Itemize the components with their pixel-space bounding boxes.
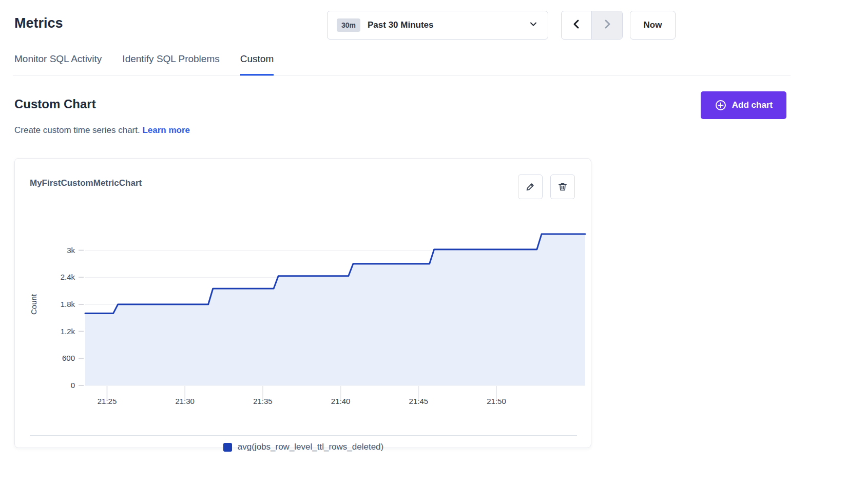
svg-text:1.8k: 1.8k <box>61 300 75 308</box>
learn-more-link[interactable]: Learn more <box>142 125 190 135</box>
svg-text:Count: Count <box>29 294 38 315</box>
svg-text:0: 0 <box>71 381 75 390</box>
time-series-chart: 06001.2k1.8k2.4k3k21:2521:3021:3521:4021… <box>15 210 592 411</box>
time-nav-group <box>561 11 623 40</box>
trash-icon <box>557 181 568 192</box>
edit-chart-button[interactable] <box>518 175 543 199</box>
chevron-down-icon <box>528 19 538 31</box>
section-subtitle-text: Create custom time series chart. <box>14 125 140 135</box>
add-chart-label: Add chart <box>732 100 773 110</box>
previous-time-button[interactable] <box>562 11 592 39</box>
svg-text:600: 600 <box>62 354 75 362</box>
now-button-label: Now <box>644 20 662 30</box>
chevron-right-icon <box>602 18 613 32</box>
tabs-divider <box>13 75 791 75</box>
custom-chart-card: MyFirstCustomMetricChart 06001.2k1.8k <box>14 158 591 448</box>
chart-legend[interactable]: avg(jobs_row_level_ttl_rows_deleted) <box>15 442 592 452</box>
metrics-page: Metrics 30m Past 30 Minutes Now Monitor … <box>0 0 847 504</box>
legend-swatch-icon <box>223 443 232 452</box>
section-title: Custom Chart <box>14 97 96 111</box>
plus-circle-icon <box>715 99 727 111</box>
tab-monitor-sql-activity[interactable]: Monitor SQL Activity <box>14 53 102 76</box>
section-subtitle: Create custom time series chart. Learn m… <box>14 125 190 135</box>
svg-text:2.4k: 2.4k <box>61 273 75 281</box>
custom-chart-svg: 06001.2k1.8k2.4k3k21:2521:3021:3521:4021… <box>15 210 592 411</box>
time-range-badge: 30m <box>337 18 360 32</box>
svg-text:21:40: 21:40 <box>331 397 351 405</box>
svg-text:21:45: 21:45 <box>409 397 429 405</box>
legend-label: avg(jobs_row_level_ttl_rows_deleted) <box>238 442 383 452</box>
time-range-dropdown[interactable]: 30m Past 30 Minutes <box>327 11 548 40</box>
tab-identify-sql-problems[interactable]: Identify SQL Problems <box>122 53 219 76</box>
now-button[interactable]: Now <box>630 11 676 40</box>
delete-chart-button[interactable] <box>550 175 575 199</box>
legend-divider <box>30 435 577 436</box>
tab-custom[interactable]: Custom <box>240 53 274 76</box>
time-range-label: Past 30 Minutes <box>368 20 528 30</box>
page-title: Metrics <box>14 15 63 31</box>
chart-title: MyFirstCustomMetricChart <box>30 178 142 188</box>
chevron-left-icon <box>571 18 582 32</box>
pencil-icon <box>525 181 536 192</box>
svg-text:21:30: 21:30 <box>175 397 195 405</box>
add-chart-button[interactable]: Add chart <box>701 91 786 119</box>
next-time-button[interactable] <box>592 11 622 39</box>
svg-text:21:25: 21:25 <box>98 397 117 405</box>
svg-text:21:50: 21:50 <box>487 397 506 405</box>
svg-text:3k: 3k <box>67 246 75 255</box>
tab-bar: Monitor SQL Activity Identify SQL Proble… <box>14 53 274 76</box>
svg-text:21:35: 21:35 <box>253 397 273 405</box>
svg-text:1.2k: 1.2k <box>61 327 75 336</box>
